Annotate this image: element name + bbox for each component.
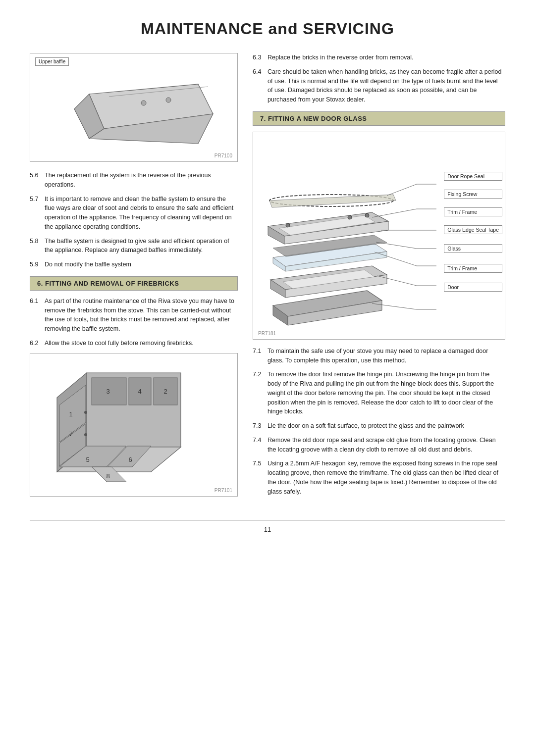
para-6-1: 6.1As part of the routine maintenance of… [30,297,238,334]
section-6-heading: 6. FITTING AND REMOVAL OF FIREBRICKS [30,276,238,291]
svg-line-47 [387,184,417,196]
para-7-3: 7.3Lie the door on a soft flat surface, … [253,421,505,431]
callout-glass-edge-seal-tape: Glass Edge Seal Tape [444,225,502,234]
firebrick-diagram-box: 3 4 2 1 7 5 [30,353,238,497]
baffle-diagram-box: Upper baffle [30,53,238,162]
firebrick-diagram-ref: PR7101 [214,488,232,493]
callout-door-rope-seal: Door Rope Seal [444,172,502,181]
svg-text:4: 4 [138,388,141,395]
svg-text:5: 5 [86,456,89,463]
para-6-3: 6.3Replace the bricks in the reverse ord… [253,53,505,62]
svg-text:8: 8 [106,472,109,480]
para-7-5: 7.5Using a 2.5mm A/F hexagon key, remove… [253,459,505,496]
svg-point-44 [286,223,290,227]
page: MAINTENANCE and SERVICING Upper baffle [0,0,535,756]
svg-point-43 [365,213,369,217]
para-5-7: 5.7It is important to remove and clean t… [30,195,238,232]
door-glass-diagram-ref: PR7181 [258,331,276,336]
para-7-4: 7.4Remove the old door rope seal and scr… [253,436,505,454]
page-number: 11 [30,520,505,533]
door-glass-diagram-box: Door Rope Seal Fixing Screw Trim / Frame… [253,132,505,340]
main-content: Upper baffle [30,53,505,505]
svg-text:2: 2 [163,388,167,395]
svg-text:6: 6 [128,456,132,463]
para-5-9: 5.9Do not modify the baffle system [30,260,238,269]
section-7-heading: 7. FITTING A NEW DOOR GLASS [253,111,505,126]
callout-door: Door [444,283,502,292]
para-6-4: 6.4Care should be taken when handling br… [253,67,505,104]
svg-line-55 [374,252,417,266]
para-7-2: 7.2To remove the door first remove the h… [253,370,505,416]
right-column: 6.3Replace the bricks in the reverse ord… [253,53,505,505]
callout-trim-frame-top: Trim / Frame [444,207,502,216]
callout-glass: Glass [444,244,502,253]
svg-point-4 [166,98,171,102]
baffle-diagram-ref: PR7100 [214,153,232,158]
svg-line-53 [376,242,417,249]
baffle-diagram-label: Upper baffle [35,57,69,66]
svg-text:7: 7 [69,430,72,438]
para-6-2: 6.2Allow the stove to cool fully before … [30,339,238,348]
svg-text:1: 1 [69,410,72,418]
svg-point-3 [141,101,146,105]
firebrick-svg: 3 4 2 1 7 5 [42,358,225,492]
svg-point-25 [84,411,87,414]
svg-line-49 [372,209,417,217]
callout-trim-frame-bottom: Trim / Frame [444,264,502,273]
page-title: MAINTENANCE and SERVICING [30,20,505,38]
svg-point-26 [84,433,87,436]
svg-point-42 [348,215,352,219]
para-7-1: 7.1To maintain the safe use of your stov… [253,347,505,365]
para-5-6: 5.6The replacement of the system is the … [30,171,238,190]
svg-text:3: 3 [106,388,109,395]
callout-labels: Door Rope Seal Fixing Screw Trim / Frame… [444,172,502,292]
baffle-svg [50,59,218,153]
para-5-8: 5.8The baffle system is designed to give… [30,237,238,255]
left-column: Upper baffle [30,53,238,505]
callout-fixing-screw: Fixing Screw [444,190,502,199]
